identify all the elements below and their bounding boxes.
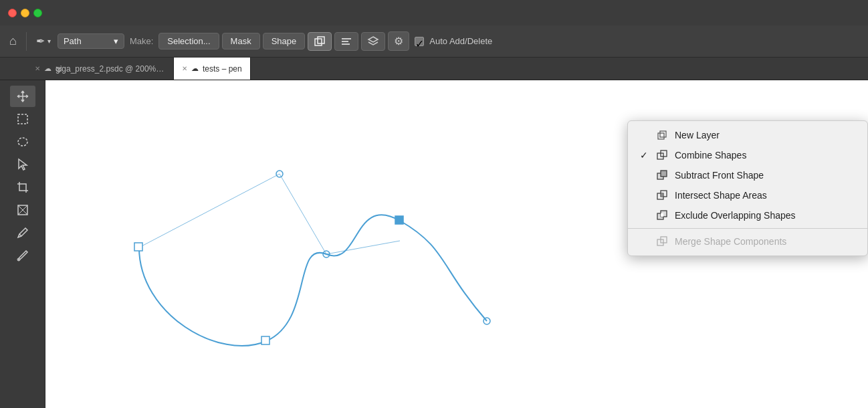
svg-rect-0 — [315, 39, 322, 45]
svg-rect-6 — [18, 114, 27, 124]
subtract-front-label: Subtract Front Shape — [675, 170, 764, 181]
combine-shapes-label: Combine Shapes — [675, 150, 746, 161]
selection-button[interactable]: Selection... — [158, 33, 219, 49]
exclude-label: Exclude Overlapping Shapes — [675, 210, 796, 221]
home-button[interactable]: ⌂ — [5, 31, 21, 51]
tab-bar: ✕ ☁ giga_press_2.psdc @ 200% (Shape 5, R… — [0, 58, 868, 80]
lasso-tool[interactable] — [10, 131, 35, 152]
pen-chevron: ▾ — [47, 37, 51, 45]
svg-rect-20 — [261, 336, 269, 344]
layers-icon — [367, 35, 379, 47]
shape-button[interactable]: Shape — [263, 33, 306, 49]
tab-close-1[interactable]: ✕ — [35, 65, 40, 72]
check-combine-shapes: ✓ — [639, 150, 649, 161]
tab-close-2[interactable]: ✕ — [182, 65, 187, 72]
auto-checkbox[interactable]: ✓ — [415, 37, 424, 46]
minimize-button[interactable] — [21, 9, 29, 17]
frame-tool[interactable] — [10, 199, 35, 221]
svg-rect-27 — [661, 171, 667, 177]
main-area: New Layer ✓ Combine Shapes — [0, 80, 868, 408]
combine-shapes-icon — [314, 35, 326, 47]
menu-item-merge: Merge Shape Components — [628, 231, 867, 251]
menu-item-exclude[interactable]: Exclude Overlapping Shapes — [628, 205, 867, 225]
make-label: Make: — [127, 36, 156, 46]
move-tool[interactable] — [10, 86, 35, 107]
close-button[interactable] — [8, 9, 17, 17]
svg-rect-19 — [134, 243, 142, 251]
menu-item-intersect[interactable]: Intersect Shape Areas — [628, 185, 867, 205]
dropdown-menu: New Layer ✓ Combine Shapes — [627, 120, 868, 256]
path-chevron: ▾ — [114, 36, 118, 46]
traffic-lights — [8, 9, 42, 17]
svg-rect-2 — [342, 38, 351, 39]
svg-rect-30 — [661, 193, 663, 197]
svg-rect-33 — [661, 213, 663, 217]
menu-item-new-layer[interactable]: New Layer — [628, 125, 867, 145]
marquee-tool[interactable] — [10, 108, 35, 130]
brush-tool[interactable] — [10, 245, 35, 266]
align-button[interactable] — [334, 32, 358, 51]
select-tool-icon — [16, 158, 29, 171]
svg-line-14 — [280, 174, 326, 254]
move-tool-icon — [16, 90, 29, 103]
canvas-area: New Layer ✓ Combine Shapes — [45, 80, 868, 408]
menu-item-subtract-front[interactable]: Subtract Front Shape — [628, 165, 867, 185]
new-layer-icon — [656, 129, 668, 141]
cloud-icon-2: ☁ — [191, 64, 199, 73]
svg-marker-5 — [368, 37, 378, 42]
select-tool[interactable] — [10, 154, 35, 175]
svg-rect-22 — [658, 133, 664, 139]
lasso-tool-icon — [16, 135, 29, 148]
svg-rect-21 — [395, 216, 403, 224]
auto-label: Auto Add/Delete — [429, 36, 492, 46]
path-label: Path — [64, 36, 82, 46]
home-icon: ⌂ — [9, 34, 17, 48]
menu-divider — [628, 228, 867, 229]
maximize-button[interactable] — [33, 9, 42, 17]
collapse-panels-button[interactable] — [45, 58, 72, 80]
eyedropper-tool-icon — [16, 226, 29, 239]
align-icon — [340, 35, 352, 47]
merge-icon — [656, 235, 668, 247]
svg-rect-3 — [342, 41, 348, 42]
intersect-icon — [656, 189, 668, 201]
menu-item-combine-shapes[interactable]: ✓ Combine Shapes — [628, 145, 867, 165]
settings-icon: ⚙ — [394, 35, 403, 47]
intersect-label: Intersect Shape Areas — [675, 190, 767, 201]
svg-marker-8 — [19, 159, 27, 170]
combine-shapes-menu-icon — [656, 149, 668, 161]
toolbar-divider-1 — [26, 32, 27, 51]
merge-label: Merge Shape Components — [675, 236, 786, 247]
layers-button[interactable] — [361, 32, 385, 51]
path-dropdown[interactable]: Path ▾ — [58, 33, 124, 49]
crop-tool[interactable] — [10, 177, 35, 198]
svg-rect-23 — [660, 131, 666, 137]
svg-line-13 — [139, 174, 280, 247]
brush-tool-icon — [16, 249, 29, 262]
combine-shapes-button[interactable] — [308, 32, 332, 51]
eyedropper-tool[interactable] — [10, 222, 35, 243]
settings-button[interactable]: ⚙ — [388, 31, 409, 51]
subtract-front-icon — [656, 169, 668, 181]
tab-file2-label: tests – pen — [203, 64, 242, 74]
frame-tool-icon — [16, 203, 29, 217]
new-layer-label: New Layer — [675, 130, 720, 140]
mask-button[interactable]: Mask — [222, 33, 260, 49]
exclude-icon — [656, 209, 668, 221]
svg-point-7 — [18, 138, 27, 146]
pen-icon: ✒ — [36, 35, 45, 47]
toolbar: ⌂ ✒ ▾ Path ▾ Make: Selection... Mask Sha… — [0, 25, 868, 58]
left-sidebar — [0, 80, 45, 408]
svg-rect-4 — [342, 43, 350, 45]
crop-tool-icon — [16, 181, 29, 194]
svg-line-15 — [326, 241, 400, 254]
title-bar — [0, 0, 868, 25]
marquee-tool-icon — [16, 112, 29, 126]
tab-file2[interactable]: ✕ ☁ tests – pen — [174, 58, 251, 80]
svg-rect-1 — [318, 37, 324, 43]
pen-tool-button[interactable]: ✒ ▾ — [32, 32, 55, 50]
